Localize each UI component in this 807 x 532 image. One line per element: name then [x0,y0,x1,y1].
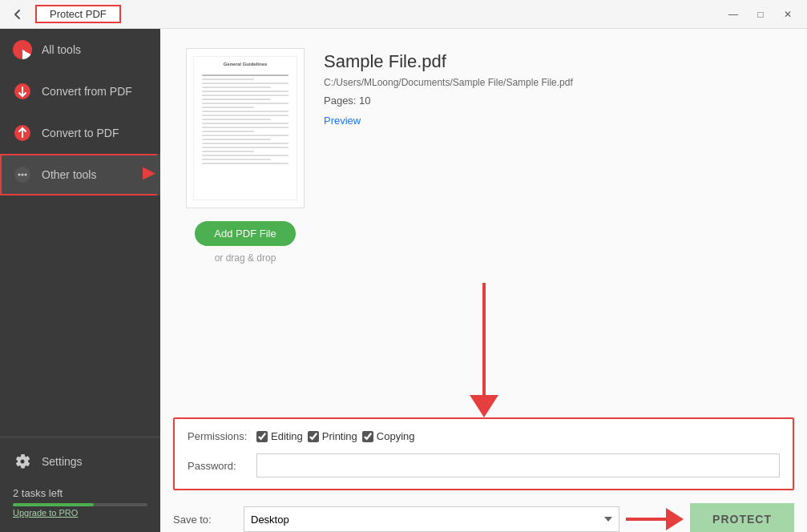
sidebar: All tools Convert from PDF Convert to PD… [0,29,160,532]
settings-icon [13,452,32,471]
minimize-button[interactable]: — [720,3,746,26]
save-label: Save to: [173,514,237,526]
password-row: Password: [188,453,780,478]
copying-permission: Copying [362,430,415,442]
sidebar-item-other-tools[interactable]: Other tools [0,154,160,195]
sidebar-item-all-tools[interactable]: All tools [0,29,160,71]
upgrade-link[interactable]: Upgrade to PRO [13,508,78,518]
printing-permission: Printing [308,430,357,442]
progress-bar [13,503,147,506]
down-arrow-container [160,283,807,417]
editing-permission: Editing [256,430,303,442]
copying-checkbox[interactable] [362,431,373,442]
protect-pdf-tab[interactable]: Protect PDF [35,5,121,23]
titlebar: Protect PDF — □ ✕ [0,0,807,29]
other-tools-icon [13,165,32,184]
all-tools-icon [13,40,32,59]
window-controls: — □ ✕ [720,3,801,26]
svg-point-5 [25,174,27,176]
sidebar-item-convert-from-pdf[interactable]: Convert from PDF [0,71,160,112]
file-thumbnail: General Guidelines [186,48,305,208]
file-info: Sample File.pdf C:/Users/MLoong/Document… [324,48,573,264]
save-to-select[interactable]: Desktop Documents Downloads [244,506,619,532]
file-pages: Pages: 10 [324,95,573,107]
sidebar-item-convert-to-pdf[interactable]: Convert to PDF [0,112,160,154]
sidebar-item-settings[interactable]: Settings [0,444,160,479]
protect-button[interactable]: PROTECT [690,503,794,532]
permissions-section: Permissions: Editing Printing Copying Pa… [173,417,794,490]
drag-drop-text: or drag & drop [215,252,276,264]
svg-marker-6 [143,167,155,180]
svg-point-3 [18,174,21,176]
file-area: General Guidelines [160,29,807,283]
right-arrow-container [626,508,684,530]
maximize-button[interactable]: □ [748,3,773,26]
content-area: General Guidelines [160,29,807,532]
file-path: C:/Users/MLoong/Documents/Sample File/Sa… [324,77,573,88]
progress-fill [13,503,94,506]
printing-checkbox[interactable] [308,431,319,442]
preview-link[interactable]: Preview [324,115,361,127]
permissions-label: Permissions: [188,430,252,442]
svg-point-4 [22,174,24,176]
back-button[interactable] [6,3,29,26]
tasks-left-section: 2 tasks left Upgrade to PRO [0,479,160,526]
add-pdf-section: Add PDF File or drag & drop [195,221,295,264]
add-pdf-button[interactable]: Add PDF File [195,221,295,246]
save-row: Save to: Desktop Documents Downloads PRO… [160,503,807,532]
file-title: Sample File.pdf [324,51,573,72]
editing-checkbox[interactable] [256,431,268,442]
convert-from-pdf-icon [13,82,32,101]
permissions-row: Permissions: Editing Printing Copying [188,430,780,442]
sidebar-bottom: Settings 2 tasks left Upgrade to PRO [0,437,160,532]
close-button[interactable]: ✕ [775,3,801,26]
convert-to-pdf-icon [13,123,32,143]
password-input[interactable] [256,453,780,478]
password-label: Password: [188,460,252,472]
red-down-arrow [470,283,498,417]
